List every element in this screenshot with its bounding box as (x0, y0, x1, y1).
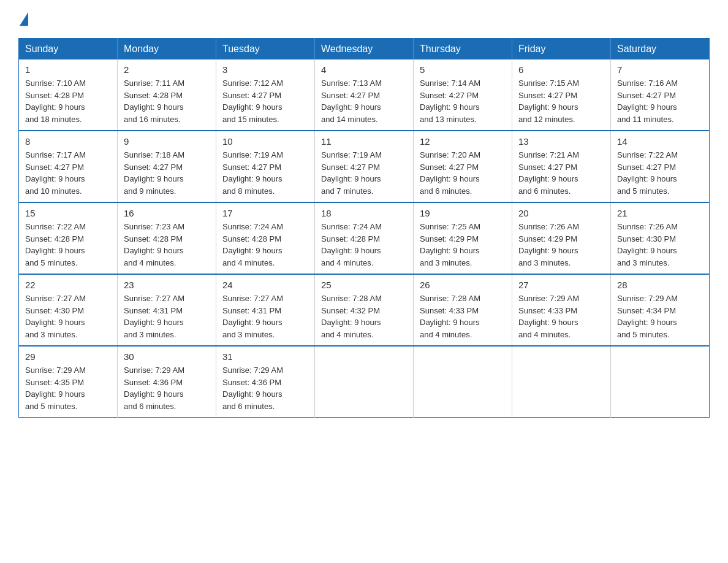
day-number: 18 (321, 208, 407, 218)
day-number: 22 (25, 280, 111, 290)
page-header (18, 12, 710, 26)
day-info: Sunrise: 7:15 AMSunset: 4:27 PMDaylight:… (518, 77, 604, 125)
day-info: Sunrise: 7:29 AMSunset: 4:35 PMDaylight:… (25, 364, 111, 412)
calendar-day-cell: 9Sunrise: 7:18 AMSunset: 4:27 PMDaylight… (118, 131, 216, 202)
day-of-week-header: Sunday (19, 39, 118, 60)
day-of-week-header: Saturday (611, 39, 710, 60)
calendar-day-cell: 25Sunrise: 7:28 AMSunset: 4:32 PMDayligh… (315, 274, 414, 346)
calendar-day-cell: 6Sunrise: 7:15 AMSunset: 4:27 PMDaylight… (512, 59, 611, 131)
day-info: Sunrise: 7:13 AMSunset: 4:27 PMDaylight:… (321, 77, 407, 125)
calendar-day-cell: 2Sunrise: 7:11 AMSunset: 4:28 PMDaylight… (118, 59, 216, 131)
day-info: Sunrise: 7:19 AMSunset: 4:27 PMDaylight:… (222, 149, 308, 197)
calendar-day-cell: 22Sunrise: 7:27 AMSunset: 4:30 PMDayligh… (19, 274, 118, 346)
day-info: Sunrise: 7:14 AMSunset: 4:27 PMDaylight:… (420, 77, 506, 125)
day-info: Sunrise: 7:10 AMSunset: 4:28 PMDaylight:… (25, 77, 111, 125)
day-number: 10 (222, 136, 308, 147)
calendar-day-cell: 17Sunrise: 7:24 AMSunset: 4:28 PMDayligh… (216, 202, 315, 274)
day-of-week-header: Wednesday (315, 39, 414, 60)
day-info: Sunrise: 7:20 AMSunset: 4:27 PMDaylight:… (420, 149, 506, 197)
calendar-day-cell: 26Sunrise: 7:28 AMSunset: 4:33 PMDayligh… (414, 274, 512, 346)
logo (18, 12, 29, 26)
calendar-day-cell: 31Sunrise: 7:29 AMSunset: 4:36 PMDayligh… (216, 346, 315, 418)
day-number: 30 (124, 351, 210, 362)
day-number: 31 (222, 351, 308, 362)
day-number: 17 (222, 208, 308, 218)
day-number: 7 (617, 64, 703, 75)
calendar-table: SundayMondayTuesdayWednesdayThursdayFrid… (18, 38, 710, 418)
calendar-week-row: 15Sunrise: 7:22 AMSunset: 4:28 PMDayligh… (19, 202, 710, 274)
day-info: Sunrise: 7:29 AMSunset: 4:33 PMDaylight:… (518, 293, 604, 340)
day-info: Sunrise: 7:24 AMSunset: 4:28 PMDaylight:… (321, 221, 407, 269)
day-info: Sunrise: 7:24 AMSunset: 4:28 PMDaylight:… (222, 221, 308, 269)
calendar-day-cell: 5Sunrise: 7:14 AMSunset: 4:27 PMDaylight… (414, 59, 512, 131)
calendar-day-cell (414, 346, 512, 418)
calendar-day-cell: 27Sunrise: 7:29 AMSunset: 4:33 PMDayligh… (512, 274, 611, 346)
day-info: Sunrise: 7:18 AMSunset: 4:27 PMDaylight:… (124, 149, 210, 197)
day-info: Sunrise: 7:16 AMSunset: 4:27 PMDaylight:… (617, 77, 703, 125)
day-of-week-header: Monday (118, 39, 216, 60)
day-number: 6 (518, 64, 604, 75)
day-info: Sunrise: 7:29 AMSunset: 4:34 PMDaylight:… (617, 293, 703, 340)
day-number: 19 (420, 208, 506, 218)
day-info: Sunrise: 7:11 AMSunset: 4:28 PMDaylight:… (124, 77, 210, 125)
calendar-day-cell: 29Sunrise: 7:29 AMSunset: 4:35 PMDayligh… (19, 346, 118, 418)
day-of-week-header: Tuesday (216, 39, 315, 60)
day-info: Sunrise: 7:28 AMSunset: 4:32 PMDaylight:… (321, 293, 407, 340)
day-number: 9 (124, 136, 210, 147)
calendar-day-cell: 7Sunrise: 7:16 AMSunset: 4:27 PMDaylight… (611, 59, 710, 131)
calendar-day-cell: 30Sunrise: 7:29 AMSunset: 4:36 PMDayligh… (118, 346, 216, 418)
calendar-week-row: 29Sunrise: 7:29 AMSunset: 4:35 PMDayligh… (19, 346, 710, 418)
day-info: Sunrise: 7:27 AMSunset: 4:31 PMDaylight:… (222, 293, 308, 340)
calendar-day-cell (611, 346, 710, 418)
calendar-day-cell: 15Sunrise: 7:22 AMSunset: 4:28 PMDayligh… (19, 202, 118, 274)
day-number: 3 (222, 64, 308, 75)
day-number: 13 (518, 136, 604, 147)
day-info: Sunrise: 7:27 AMSunset: 4:31 PMDaylight:… (124, 293, 210, 340)
day-info: Sunrise: 7:12 AMSunset: 4:27 PMDaylight:… (222, 77, 308, 125)
calendar-day-cell: 23Sunrise: 7:27 AMSunset: 4:31 PMDayligh… (118, 274, 216, 346)
day-number: 14 (617, 136, 703, 147)
calendar-day-cell: 1Sunrise: 7:10 AMSunset: 4:28 PMDaylight… (19, 59, 118, 131)
calendar-day-cell: 11Sunrise: 7:19 AMSunset: 4:27 PMDayligh… (315, 131, 414, 202)
day-info: Sunrise: 7:27 AMSunset: 4:30 PMDaylight:… (25, 293, 111, 340)
day-number: 11 (321, 136, 407, 147)
day-info: Sunrise: 7:25 AMSunset: 4:29 PMDaylight:… (420, 221, 506, 269)
day-number: 5 (420, 64, 506, 75)
day-info: Sunrise: 7:29 AMSunset: 4:36 PMDaylight:… (124, 364, 210, 412)
day-number: 20 (518, 208, 604, 218)
day-info: Sunrise: 7:26 AMSunset: 4:30 PMDaylight:… (617, 221, 703, 269)
day-number: 12 (420, 136, 506, 147)
day-info: Sunrise: 7:19 AMSunset: 4:27 PMDaylight:… (321, 149, 407, 197)
day-number: 24 (222, 280, 308, 290)
day-number: 23 (124, 280, 210, 290)
day-number: 25 (321, 280, 407, 290)
calendar-day-cell: 10Sunrise: 7:19 AMSunset: 4:27 PMDayligh… (216, 131, 315, 202)
calendar-week-row: 1Sunrise: 7:10 AMSunset: 4:28 PMDaylight… (19, 59, 710, 131)
logo-triangle-icon (20, 12, 28, 26)
calendar-header-row: SundayMondayTuesdayWednesdayThursdayFrid… (19, 39, 710, 60)
calendar-week-row: 8Sunrise: 7:17 AMSunset: 4:27 PMDaylight… (19, 131, 710, 202)
day-number: 1 (25, 64, 111, 75)
day-info: Sunrise: 7:23 AMSunset: 4:28 PMDaylight:… (124, 221, 210, 269)
calendar-day-cell: 28Sunrise: 7:29 AMSunset: 4:34 PMDayligh… (611, 274, 710, 346)
day-number: 26 (420, 280, 506, 290)
calendar-day-cell: 24Sunrise: 7:27 AMSunset: 4:31 PMDayligh… (216, 274, 315, 346)
calendar-day-cell: 3Sunrise: 7:12 AMSunset: 4:27 PMDaylight… (216, 59, 315, 131)
day-info: Sunrise: 7:29 AMSunset: 4:36 PMDaylight:… (222, 364, 308, 412)
day-number: 28 (617, 280, 703, 290)
day-number: 29 (25, 351, 111, 362)
day-info: Sunrise: 7:28 AMSunset: 4:33 PMDaylight:… (420, 293, 506, 340)
day-info: Sunrise: 7:21 AMSunset: 4:27 PMDaylight:… (518, 149, 604, 197)
day-number: 15 (25, 208, 111, 218)
calendar-day-cell: 21Sunrise: 7:26 AMSunset: 4:30 PMDayligh… (611, 202, 710, 274)
calendar-week-row: 22Sunrise: 7:27 AMSunset: 4:30 PMDayligh… (19, 274, 710, 346)
calendar-day-cell: 12Sunrise: 7:20 AMSunset: 4:27 PMDayligh… (414, 131, 512, 202)
day-info: Sunrise: 7:22 AMSunset: 4:27 PMDaylight:… (617, 149, 703, 197)
day-number: 16 (124, 208, 210, 218)
calendar-day-cell: 4Sunrise: 7:13 AMSunset: 4:27 PMDaylight… (315, 59, 414, 131)
calendar-day-cell: 19Sunrise: 7:25 AMSunset: 4:29 PMDayligh… (414, 202, 512, 274)
day-info: Sunrise: 7:17 AMSunset: 4:27 PMDaylight:… (25, 149, 111, 197)
calendar-day-cell (315, 346, 414, 418)
calendar-day-cell: 18Sunrise: 7:24 AMSunset: 4:28 PMDayligh… (315, 202, 414, 274)
day-number: 4 (321, 64, 407, 75)
